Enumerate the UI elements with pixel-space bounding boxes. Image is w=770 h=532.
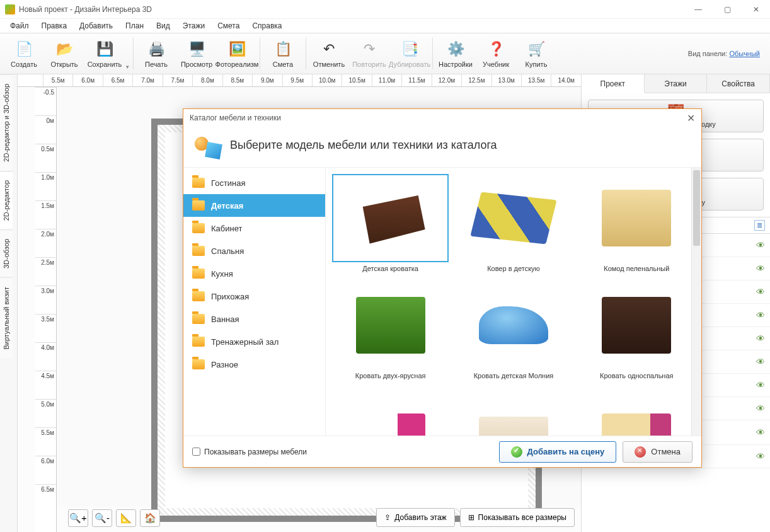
tool-icon: ↶ bbox=[319, 39, 339, 59]
visibility-icon[interactable]: 👁 bbox=[756, 380, 765, 390]
rtab-0[interactable]: Проект bbox=[582, 74, 645, 93]
tool-Печать[interactable]: 🖨️Печать bbox=[136, 39, 176, 68]
product-1[interactable]: Ковер в детскую bbox=[455, 174, 572, 272]
category-2[interactable]: Кабинет bbox=[183, 217, 325, 240]
tool-Купить[interactable]: 🛒Купить bbox=[516, 39, 556, 68]
tool-Учебник[interactable]: ❓Учебник bbox=[476, 39, 516, 68]
ok-icon bbox=[511, 446, 522, 458]
visibility-icon[interactable]: 👁 bbox=[756, 310, 765, 320]
product-5[interactable]: Кровать односпальная bbox=[578, 281, 695, 379]
category-6[interactable]: Ванная bbox=[183, 308, 325, 330]
category-4[interactable]: Кухня bbox=[183, 262, 325, 285]
product-4[interactable]: Кровать детская Молния bbox=[455, 281, 572, 379]
tool-Просмотр[interactable]: 🖥️Просмотр bbox=[176, 39, 217, 68]
folder-icon bbox=[192, 246, 205, 256]
tool-icon: 📑 bbox=[399, 39, 420, 59]
show-dimensions-button[interactable]: ⊞Показывать все размеры bbox=[460, 508, 575, 527]
rtab-2[interactable]: Свойства bbox=[707, 74, 770, 93]
tool-Сохранить[interactable]: 💾Сохранить bbox=[84, 39, 125, 68]
ruler-vertical: -0.50м0.5м1.0м1.5м2.0м2.5м3.0м3.5м4.0м4.… bbox=[35, 87, 57, 532]
visibility-icon[interactable]: 👁 bbox=[756, 240, 765, 250]
cancel-button[interactable]: Отмена bbox=[623, 441, 692, 463]
catalog-dialog: Каталог мебели и техники ✕ Выберите моде… bbox=[183, 108, 702, 468]
visibility-icon[interactable]: 👁 bbox=[756, 287, 765, 297]
tool-Отменить[interactable]: ↶Отменить bbox=[309, 39, 349, 68]
catalog-icon bbox=[195, 132, 221, 158]
menu-0[interactable]: Файл bbox=[5, 20, 34, 32]
category-5[interactable]: Прихожая bbox=[183, 285, 325, 308]
scrollbar[interactable] bbox=[691, 168, 701, 436]
tool-icon: ⚙️ bbox=[445, 39, 466, 59]
ruler-button[interactable]: 📐 bbox=[116, 509, 136, 527]
visibility-icon[interactable]: 👁 bbox=[756, 333, 765, 344]
tool-Открыть[interactable]: 📂Открыть bbox=[44, 39, 84, 68]
close-button[interactable]: ✕ bbox=[747, 5, 765, 14]
product-thumb bbox=[356, 190, 425, 246]
minimize-button[interactable]: — bbox=[689, 5, 707, 14]
category-0[interactable]: Гостиная bbox=[183, 171, 325, 194]
menu-7[interactable]: Справка bbox=[247, 20, 287, 32]
tool-icon: 🛒 bbox=[526, 39, 546, 59]
category-8[interactable]: Разное bbox=[183, 353, 325, 376]
visibility-icon[interactable]: 👁 bbox=[756, 427, 765, 437]
product-7[interactable] bbox=[455, 388, 572, 436]
panel-mode-link[interactable]: Обычный bbox=[729, 50, 760, 57]
menu-1[interactable]: Правка bbox=[37, 20, 72, 32]
product-3[interactable]: Кровать двух-ярусная bbox=[332, 281, 449, 379]
menu-5[interactable]: Этажи bbox=[178, 20, 210, 32]
menu-6[interactable]: Смета bbox=[212, 20, 244, 32]
product-0[interactable]: Детская кроватка bbox=[332, 174, 449, 272]
folder-icon bbox=[192, 314, 205, 324]
tool-icon: 📋 bbox=[273, 39, 293, 59]
product-6[interactable] bbox=[332, 388, 449, 436]
tool-icon: 🖼️ bbox=[227, 39, 247, 59]
product-thumb bbox=[479, 417, 548, 436]
menu-3[interactable]: План bbox=[120, 20, 149, 32]
menubar: ФайлПравкаДобавитьПланВидЭтажиСметаСправ… bbox=[0, 19, 770, 33]
visibility-icon[interactable]: 👁 bbox=[756, 403, 765, 413]
visibility-icon[interactable]: 👁 bbox=[756, 357, 765, 367]
dimensions-icon: ⊞ bbox=[468, 513, 474, 522]
folder-icon bbox=[192, 291, 205, 301]
tool-Создать[interactable]: 📄Создать bbox=[4, 39, 44, 68]
show-dimensions-checkbox[interactable]: Показывать размеры мебели bbox=[192, 448, 307, 456]
right-tabs: ПроектЭтажиСвойства bbox=[582, 74, 770, 93]
stairs-icon: ⇪ bbox=[384, 513, 391, 522]
vtab-3[interactable]: Виртуальный визит bbox=[0, 277, 13, 359]
home-button[interactable]: 🏠 bbox=[140, 509, 160, 527]
maximize-button[interactable]: ▢ bbox=[718, 5, 736, 14]
tool-icon: 🖨️ bbox=[146, 39, 166, 59]
dialog-title: Каталог мебели и техники bbox=[190, 113, 281, 122]
product-thumb bbox=[602, 297, 671, 354]
vtab-1[interactable]: 2D-редактор bbox=[0, 171, 13, 229]
menu-4[interactable]: Вид bbox=[151, 20, 175, 32]
add-to-scene-button[interactable]: Добавить на сцену bbox=[499, 441, 617, 463]
list-view-icon[interactable]: ≣ bbox=[754, 220, 765, 231]
zoom-out-button[interactable]: 🔍- bbox=[92, 509, 112, 527]
tool-Повторить: ↷Повторить bbox=[349, 39, 389, 68]
vtab-0[interactable]: 2D-редактор и 3D-обзор bbox=[0, 74, 13, 171]
category-1[interactable]: Детская bbox=[183, 194, 325, 217]
tool-icon: ↷ bbox=[359, 39, 379, 59]
add-floor-button[interactable]: ⇪Добавить этаж bbox=[376, 508, 454, 527]
product-thumb bbox=[356, 413, 425, 436]
menu-2[interactable]: Добавить bbox=[74, 20, 118, 32]
vertical-tabs: 2D-редактор и 3D-обзор2D-редактор3D-обзо… bbox=[0, 74, 18, 532]
tool-Смета[interactable]: 📋Смета bbox=[263, 39, 303, 68]
category-3[interactable]: Спальня bbox=[183, 240, 325, 262]
tool-Фотореализм[interactable]: 🖼️Фотореализм bbox=[217, 39, 257, 68]
tool-icon: 📄 bbox=[14, 39, 34, 59]
tool-Настройки[interactable]: ⚙️Настройки bbox=[435, 39, 476, 68]
vtab-2[interactable]: 3D-обзор bbox=[0, 229, 13, 277]
visibility-icon[interactable]: 👁 bbox=[756, 451, 765, 461]
category-list: ГостинаяДетскаяКабинетСпальняКухняПрихож… bbox=[183, 168, 326, 436]
tool-icon: 📂 bbox=[54, 39, 74, 59]
product-8[interactable] bbox=[578, 388, 695, 436]
dialog-close-button[interactable]: ✕ bbox=[687, 112, 695, 124]
category-7[interactable]: Тренажерный зал bbox=[183, 330, 325, 353]
visibility-icon[interactable]: 👁 bbox=[756, 263, 765, 274]
rtab-1[interactable]: Этажи bbox=[645, 74, 708, 93]
product-2[interactable]: Комод пеленальный bbox=[578, 174, 695, 272]
zoom-in-button[interactable]: 🔍+ bbox=[68, 509, 88, 527]
product-thumb bbox=[602, 190, 671, 246]
